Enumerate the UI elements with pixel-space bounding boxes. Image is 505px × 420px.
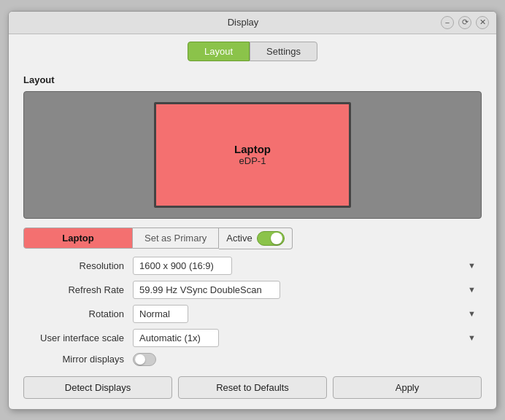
apply-button[interactable]: Apply xyxy=(333,376,482,399)
set-primary-button[interactable]: Set as Primary xyxy=(133,228,219,249)
close-button[interactable]: ✕ xyxy=(476,16,489,29)
refresh-rate-label: Refresh Rate xyxy=(23,284,133,295)
refresh-rate-select-wrapper: 59.99 Hz VSync DoubleScan ▼ xyxy=(133,281,482,299)
titlebar-controls: − ⟳ ✕ xyxy=(441,16,489,29)
mirror-toggle[interactable] xyxy=(133,353,156,366)
main-content: Layout Laptop eDP-1 Laptop Set as Primar… xyxy=(9,67,496,409)
refresh-rate-row: Refresh Rate 59.99 Hz VSync DoubleScan ▼ xyxy=(23,281,482,299)
reset-defaults-button[interactable]: Reset to Defaults xyxy=(178,376,327,399)
monitor-name: Laptop xyxy=(234,143,271,155)
resolution-arrow-icon: ▼ xyxy=(468,261,476,270)
display-area: Laptop eDP-1 xyxy=(23,91,482,219)
active-section: Active xyxy=(219,228,292,249)
tab-layout[interactable]: Layout xyxy=(188,42,250,61)
titlebar: Display − ⟳ ✕ xyxy=(9,12,496,34)
tab-settings[interactable]: Settings xyxy=(250,42,317,61)
ui-scale-row: User interface scale Automatic (1x) ▼ xyxy=(23,329,482,347)
rotation-arrow-icon: ▼ xyxy=(468,309,476,318)
layout-section-title: Layout xyxy=(23,74,482,85)
ui-scale-arrow-icon: ▼ xyxy=(468,333,476,342)
rotation-row: Rotation Normal ▼ xyxy=(23,305,482,323)
rotation-label: Rotation xyxy=(23,308,133,319)
detect-displays-button[interactable]: Detect Displays xyxy=(23,376,172,399)
resolution-select-wrapper: 1600 x 900 (16:9) ▼ xyxy=(133,257,482,275)
display-controls-row: Laptop Set as Primary Active xyxy=(23,228,482,249)
window-title: Display xyxy=(45,17,441,28)
resolution-label: Resolution xyxy=(23,260,133,271)
minimize-button[interactable]: − xyxy=(441,16,454,29)
monitor-box[interactable]: Laptop eDP-1 xyxy=(154,102,351,208)
ui-scale-label: User interface scale xyxy=(23,332,133,343)
ui-scale-select[interactable]: Automatic (1x) xyxy=(133,329,219,347)
rotation-select[interactable]: Normal xyxy=(133,305,188,323)
active-toggle[interactable] xyxy=(257,231,285,246)
resolution-row: Resolution 1600 x 900 (16:9) ▼ xyxy=(23,257,482,275)
active-label: Active xyxy=(226,233,252,244)
mirror-label: Mirror displays xyxy=(23,354,133,365)
display-name-button[interactable]: Laptop xyxy=(23,228,133,249)
rotation-select-wrapper: Normal ▼ xyxy=(133,305,482,323)
refresh-rate-select[interactable]: 59.99 Hz VSync DoubleScan xyxy=(133,281,280,299)
ui-scale-select-wrapper: Automatic (1x) ▼ xyxy=(133,329,482,347)
footer-row: Detect Displays Reset to Defaults Apply xyxy=(23,376,482,399)
main-window: Display − ⟳ ✕ Layout Settings Layout Lap… xyxy=(8,11,497,410)
refresh-rate-arrow-icon: ▼ xyxy=(468,285,476,294)
restore-button[interactable]: ⟳ xyxy=(458,16,471,29)
monitor-sub: eDP-1 xyxy=(239,155,266,166)
toggle-knob xyxy=(271,233,282,244)
mirror-row: Mirror displays xyxy=(23,353,482,366)
tab-bar: Layout Settings xyxy=(9,34,496,67)
mirror-knob xyxy=(135,354,145,365)
resolution-select[interactable]: 1600 x 900 (16:9) xyxy=(133,257,232,275)
